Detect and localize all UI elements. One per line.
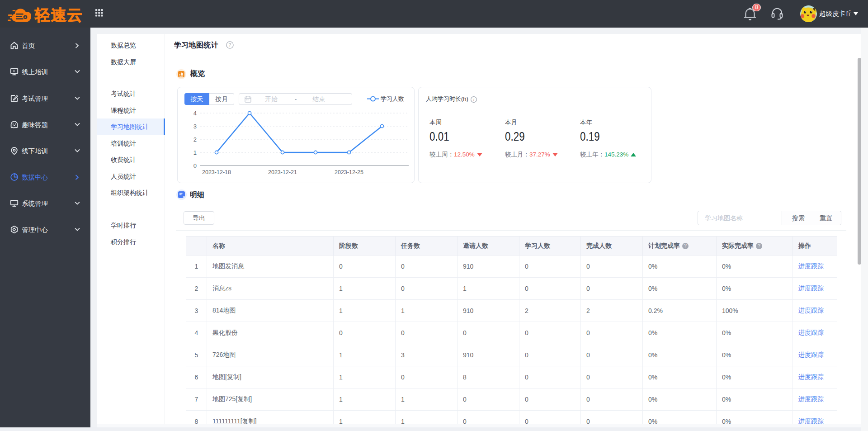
- svg-text:0: 0: [193, 162, 197, 169]
- svg-text:1: 1: [193, 149, 197, 156]
- svg-text:2023-12-25: 2023-12-25: [335, 169, 363, 175]
- svg-text:2023-12-18: 2023-12-18: [202, 169, 231, 175]
- svg-text:?: ?: [229, 42, 231, 47]
- svg-text:3: 3: [193, 123, 197, 130]
- svg-text:i: i: [473, 97, 475, 102]
- svg-text:2023-12-21: 2023-12-21: [268, 169, 297, 175]
- svg-text:2: 2: [193, 136, 197, 143]
- svg-text:4: 4: [193, 110, 197, 117]
